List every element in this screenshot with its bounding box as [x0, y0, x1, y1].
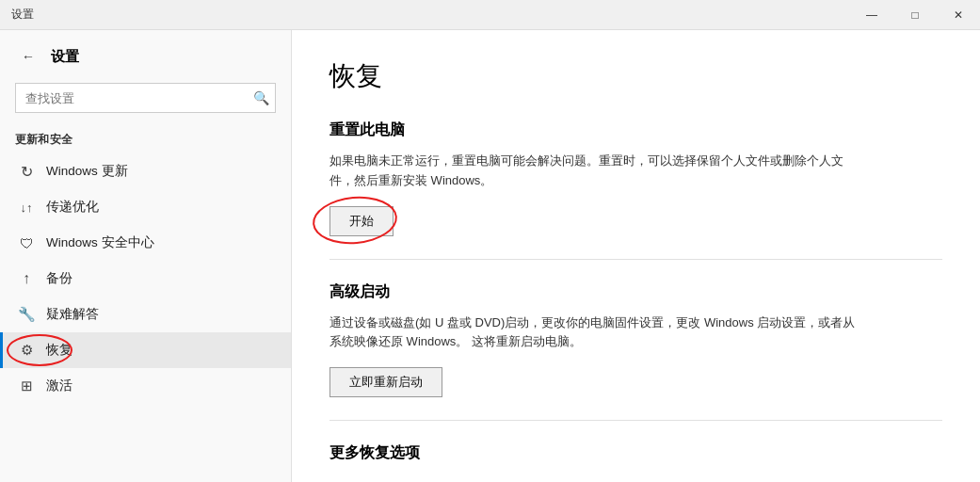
search-icon[interactable]: 🔍: [246, 83, 276, 113]
nav-label-troubleshoot: 疑难解答: [46, 306, 99, 323]
sidebar-header: ← 设置: [0, 30, 291, 79]
backup-icon: ↑: [18, 270, 35, 287]
nav-label-windows-security: Windows 安全中心: [46, 234, 154, 251]
close-button[interactable]: ✕: [937, 0, 980, 30]
shield-icon: 🛡: [18, 234, 35, 251]
section-desc-advanced: 通过设备或磁盘(如 U 盘或 DVD)启动，更改你的电脑固件设置，更改 Wind…: [329, 313, 857, 353]
nav-label-delivery-opt: 传递优化: [46, 199, 99, 216]
section-reset-pc: 重置此电脑 如果电脑未正常运行，重置电脑可能会解决问题。重置时，可以选择保留个人…: [329, 120, 942, 236]
back-button[interactable]: ←: [15, 43, 41, 70]
section-title-more: 更多恢复选项: [329, 443, 942, 463]
maximize-button[interactable]: □: [893, 0, 937, 30]
sidebar-item-delivery-opt[interactable]: ↓↑ 传递优化: [0, 189, 291, 225]
section-more-recovery: 更多恢复选项: [329, 443, 942, 463]
nav-label-backup: 备份: [46, 270, 72, 287]
sidebar-item-activation[interactable]: ⊞ 激活: [0, 368, 291, 404]
titlebar-title: 设置: [11, 7, 34, 23]
main-content: 恢复 重置此电脑 如果电脑未正常运行，重置电脑可能会解决问题。重置时，可以选择保…: [292, 30, 980, 482]
section-title-advanced: 高级启动: [329, 282, 942, 302]
divider-2: [329, 420, 942, 421]
page-title: 恢复: [329, 58, 942, 94]
sidebar-section-label: 更新和安全: [0, 124, 291, 153]
titlebar-left: 设置: [11, 7, 34, 23]
nav-label-activation: 激活: [46, 378, 72, 394]
section-title-reset: 重置此电脑: [329, 120, 942, 140]
app-body: ← 设置 🔍 更新和安全 ↻ Windows 更新 ↓↑ 传递优化 🛡 Wind…: [0, 30, 980, 482]
sidebar-item-troubleshoot[interactable]: 🔧 疑难解答: [0, 297, 291, 332]
sidebar-item-windows-update[interactable]: ↻ Windows 更新: [0, 153, 291, 189]
update-icon: ↻: [18, 163, 35, 180]
nav-label-windows-update: Windows 更新: [46, 163, 128, 180]
delivery-icon: ↓↑: [18, 199, 35, 216]
restart-now-button[interactable]: 立即重新启动: [329, 367, 442, 397]
minimize-button[interactable]: —: [850, 0, 893, 30]
sidebar-item-recovery[interactable]: ⚙ 恢复: [0, 332, 291, 368]
search-box: 🔍: [15, 83, 276, 113]
nav-label-recovery: 恢复: [46, 342, 72, 359]
sidebar-item-backup[interactable]: ↑ 备份: [0, 261, 291, 297]
section-advanced-startup: 高级启动 通过设备或磁盘(如 U 盘或 DVD)启动，更改你的电脑固件设置，更改…: [329, 282, 942, 398]
section-desc-reset: 如果电脑未正常运行，重置电脑可能会解决问题。重置时，可以选择保留个人文件或删除个…: [329, 152, 857, 191]
titlebar: 设置 — □ ✕: [0, 0, 980, 30]
start-btn-wrapper: 开始: [329, 206, 394, 236]
search-input[interactable]: [15, 83, 276, 113]
sidebar: ← 设置 🔍 更新和安全 ↻ Windows 更新 ↓↑ 传递优化 🛡 Wind…: [0, 30, 292, 482]
reset-pc-start-button[interactable]: 开始: [329, 206, 394, 236]
titlebar-controls: — □ ✕: [850, 0, 980, 30]
sidebar-item-windows-security[interactable]: 🛡 Windows 安全中心: [0, 225, 291, 261]
activation-icon: ⊞: [18, 378, 35, 394]
troubleshoot-icon: 🔧: [18, 306, 35, 323]
sidebar-title: 设置: [51, 48, 79, 66]
recovery-icon: ⚙: [18, 342, 35, 359]
divider-1: [329, 259, 942, 260]
